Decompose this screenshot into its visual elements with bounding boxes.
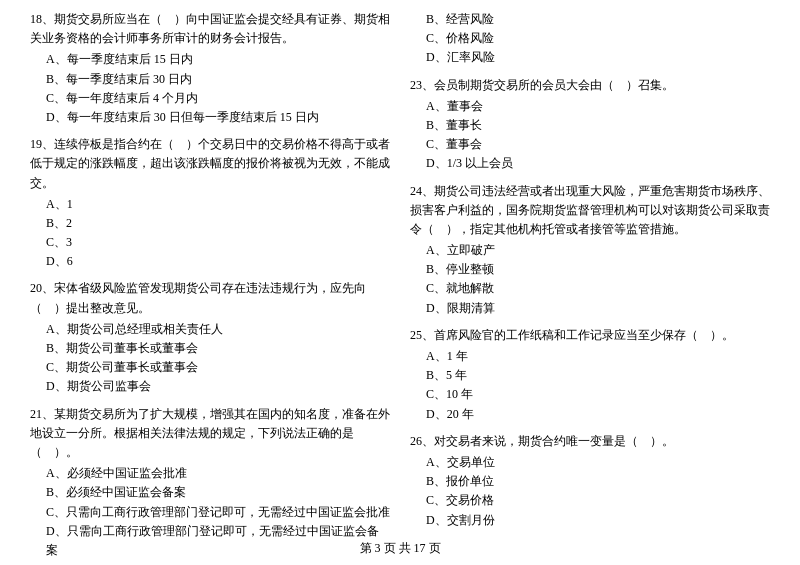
- q20-text: 20、宋体省级风险监管发现期货公司存在违法违规行为，应先向（ ）提出整改意见。: [30, 279, 390, 317]
- q26-a: A、交易单位: [410, 453, 770, 472]
- q26-d: D、交割月份: [410, 511, 770, 530]
- q26-b: B、报价单位: [410, 472, 770, 491]
- q21-c: C、只需向工商行政管理部门登记即可，无需经过中国证监会批准: [30, 503, 390, 522]
- q21-a: A、必须经中国证监会批准: [30, 464, 390, 483]
- q18-a: A、每一季度结束后 15 日内: [30, 50, 390, 69]
- right-column: B、经营风险 C、价格风险 D、汇率风险 23、会员制期货交易所的会员大会由（ …: [410, 10, 770, 565]
- question-26: 26、对交易者来说，期货合约唯一变量是（ ）。 A、交易单位 B、报价单位 C、…: [410, 432, 770, 530]
- q25-b: B、5 年: [410, 366, 770, 385]
- question-23: 23、会员制期货交易所的会员大会由（ ）召集。 A、董事会 B、董事长 C、董事…: [410, 76, 770, 174]
- q18-text: 18、期货交易所应当在（ ）向中国证监会提交经具有证券、期货相关业务资格的会计师…: [30, 10, 390, 48]
- q24-a: A、立即破产: [410, 241, 770, 260]
- q21-b: B、必须经中国证监会备案: [30, 483, 390, 502]
- q24-d: D、限期清算: [410, 299, 770, 318]
- q19-b: B、2: [30, 214, 390, 233]
- q18-d: D、每一年度结束后 30 日但每一季度结束后 15 日内: [30, 108, 390, 127]
- q23-d: D、1/3 以上会员: [410, 154, 770, 173]
- main-content: 18、期货交易所应当在（ ）向中国证监会提交经具有证券、期货相关业务资格的会计师…: [30, 10, 770, 565]
- question-25: 25、首席风险官的工作纸稿和工作记录应当至少保存（ ）。 A、1 年 B、5 年…: [410, 326, 770, 424]
- q24-text: 24、期货公司违法经营或者出现重大风险，严重危害期货市场秩序、损害客户利益的，国…: [410, 182, 770, 240]
- q26-text: 26、对交易者来说，期货合约唯一变量是（ ）。: [410, 432, 770, 451]
- q25-c: C、10 年: [410, 385, 770, 404]
- q19-a: A、1: [30, 195, 390, 214]
- q25-d: D、20 年: [410, 405, 770, 424]
- q23-c: C、董事会: [410, 135, 770, 154]
- q18-c: C、每一年度结束后 4 个月内: [30, 89, 390, 108]
- page-number: 第 3 页 共 17 页: [360, 541, 441, 555]
- q22-d: D、汇率风险: [410, 48, 770, 67]
- q19-d: D、6: [30, 252, 390, 271]
- q20-b: B、期货公司董事长或董事会: [30, 339, 390, 358]
- left-column: 18、期货交易所应当在（ ）向中国证监会提交经具有证券、期货相关业务资格的会计师…: [30, 10, 390, 565]
- question-19: 19、连续停板是指合约在（ ）个交易日中的交易价格不得高于或者低于规定的涨跌幅度…: [30, 135, 390, 271]
- question-18: 18、期货交易所应当在（ ）向中国证监会提交经具有证券、期货相关业务资格的会计师…: [30, 10, 390, 127]
- page-container: 18、期货交易所应当在（ ）向中国证监会提交经具有证券、期货相关业务资格的会计师…: [0, 0, 800, 565]
- q23-a: A、董事会: [410, 97, 770, 116]
- question-22-cont: B、经营风险 C、价格风险 D、汇率风险: [410, 10, 770, 68]
- q20-d: D、期货公司监事会: [30, 377, 390, 396]
- question-24: 24、期货公司违法经营或者出现重大风险，严重危害期货市场秩序、损害客户利益的，国…: [410, 182, 770, 318]
- q20-c: C、期货公司董事长或董事会: [30, 358, 390, 377]
- q18-b: B、每一季度结束后 30 日内: [30, 70, 390, 89]
- q21-text: 21、某期货交易所为了扩大规模，增强其在国内的知名度，准备在外地设立一分所。根据…: [30, 405, 390, 463]
- q22-c: C、价格风险: [410, 29, 770, 48]
- q19-text: 19、连续停板是指合约在（ ）个交易日中的交易价格不得高于或者低于规定的涨跌幅度…: [30, 135, 390, 193]
- question-20: 20、宋体省级风险监管发现期货公司存在违法违规行为，应先向（ ）提出整改意见。 …: [30, 279, 390, 396]
- q20-a: A、期货公司总经理或相关责任人: [30, 320, 390, 339]
- page-footer: 第 3 页 共 17 页: [0, 540, 800, 557]
- q25-text: 25、首席风险官的工作纸稿和工作记录应当至少保存（ ）。: [410, 326, 770, 345]
- question-21: 21、某期货交易所为了扩大规模，增强其在国内的知名度，准备在外地设立一分所。根据…: [30, 405, 390, 561]
- q26-c: C、交易价格: [410, 491, 770, 510]
- q24-c: C、就地解散: [410, 279, 770, 298]
- q25-a: A、1 年: [410, 347, 770, 366]
- q23-text: 23、会员制期货交易所的会员大会由（ ）召集。: [410, 76, 770, 95]
- q23-b: B、董事长: [410, 116, 770, 135]
- q24-b: B、停业整顿: [410, 260, 770, 279]
- q22-b: B、经营风险: [410, 10, 770, 29]
- q19-c: C、3: [30, 233, 390, 252]
